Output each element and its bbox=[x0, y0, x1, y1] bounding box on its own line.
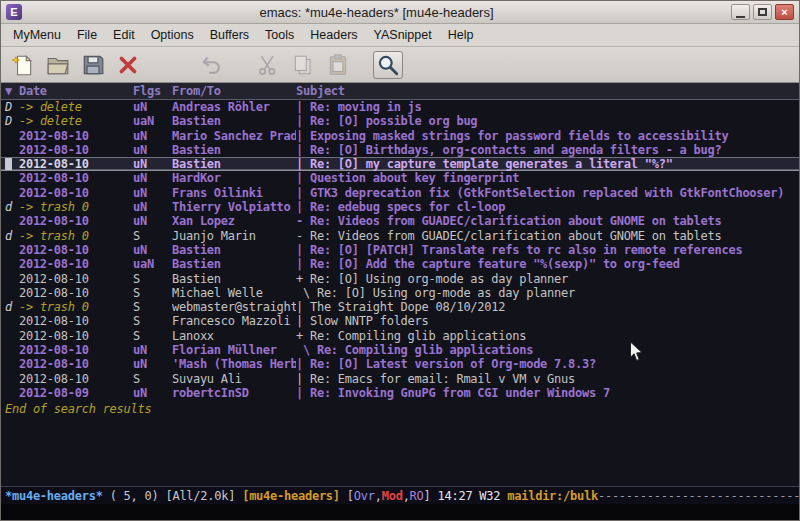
message-from: Andreas Röhler bbox=[172, 100, 296, 114]
message-from: Bastien bbox=[172, 143, 296, 157]
message-row[interactable]: d -> trash 0 S webmaster@straightd... | … bbox=[1, 300, 799, 314]
message-row[interactable]: D -> delete uN Andreas Röhler | Re: movi… bbox=[1, 100, 799, 114]
message-from: Mario Sanchez Prada bbox=[172, 129, 296, 143]
message-row[interactable]: 2012-08-10 uN HardKor | Question about k… bbox=[1, 171, 799, 185]
message-from: Lanoxx bbox=[172, 329, 296, 343]
modeline: *mu4e-headers* ( 5, 0) [All/2.0k] [mu4e-… bbox=[1, 486, 799, 504]
message-row[interactable]: 2012-08-10 uN Florian Müllner \ Re: Comp… bbox=[1, 343, 799, 357]
modeline-maildir: maildir:/bulk bbox=[507, 489, 598, 503]
message-from: webmaster@straightd... bbox=[172, 300, 296, 314]
menu-yasnippet[interactable]: YASnippet bbox=[366, 25, 440, 45]
message-flags: S bbox=[133, 300, 172, 314]
message-row[interactable]: d -> trash 0 uN Thierry Volpiatto | Re: … bbox=[1, 200, 799, 214]
undo-button bbox=[197, 51, 227, 79]
message-row[interactable]: 2012-08-10 uN Bastien | Re: [O] [PATCH] … bbox=[1, 243, 799, 257]
message-subject: | Slow NNTP folders bbox=[296, 314, 799, 328]
menu-help[interactable]: Help bbox=[440, 25, 482, 45]
column-subject[interactable]: Subject bbox=[296, 83, 799, 99]
message-row[interactable]: 2012-08-10 uN Xan Lopez - Re: Videos fro… bbox=[1, 214, 799, 228]
message-subject: | Re: [O] Latest version of Org-mode 7.8… bbox=[296, 357, 799, 371]
paste-button bbox=[323, 51, 353, 79]
menu-tools[interactable]: Tools bbox=[257, 25, 302, 45]
echo-area bbox=[1, 504, 799, 520]
column-date[interactable]: ▼ Date bbox=[5, 83, 133, 99]
menu-file[interactable]: File bbox=[69, 25, 105, 45]
menubar: MyMenuFileEditOptionsBuffersToolsHeaders… bbox=[1, 24, 799, 47]
search-button[interactable] bbox=[373, 51, 403, 79]
save-buffer-button[interactable] bbox=[78, 51, 108, 79]
menu-buffers[interactable]: Buffers bbox=[202, 25, 257, 45]
message-date: 2012-08-10 bbox=[5, 257, 133, 271]
message-from: Bastien bbox=[172, 157, 296, 171]
message-from: Xan Lopez bbox=[172, 214, 296, 228]
save-icon bbox=[81, 53, 105, 77]
message-flags: uN bbox=[133, 129, 172, 143]
message-row[interactable]: 2012-08-10 uaN Bastien | Re: [O] Add the… bbox=[1, 257, 799, 271]
modeline-plain: ] bbox=[424, 489, 438, 503]
message-date: 2012-08-10 bbox=[5, 343, 133, 357]
message-subject: | Re: [O] possible org bug bbox=[296, 114, 799, 128]
message-subject: \ Re: Compiling glib applications bbox=[296, 343, 799, 357]
message-subject: | Re: moving in js bbox=[296, 100, 799, 114]
message-row[interactable]: 2012-08-10 S Michael Welle \ Re: [O] Usi… bbox=[1, 286, 799, 300]
menu-headers[interactable]: Headers bbox=[302, 25, 365, 45]
message-row[interactable]: 2012-08-10 uN 'Mash (Thomas Herbert) | R… bbox=[1, 357, 799, 371]
window-title: emacs: *mu4e-headers* [mu4e-headers] bbox=[22, 5, 731, 20]
message-date: 2012-08-10 bbox=[5, 214, 133, 228]
message-row[interactable]: 2012-08-09 uN robertcInSD | Re: Invoking… bbox=[1, 386, 799, 400]
message-row[interactable]: 2012-08-10 S Suvayu Ali | Re: Emacs for … bbox=[1, 372, 799, 386]
message-flags: S bbox=[133, 372, 172, 386]
message-row[interactable]: 2012-08-10 uN Mario Sanchez Prada | Expo… bbox=[1, 129, 799, 143]
message-from: Suvayu Ali bbox=[172, 372, 296, 386]
message-date: d -> trash 0 bbox=[5, 200, 133, 214]
menu-edit[interactable]: Edit bbox=[105, 25, 143, 45]
message-subject: | Question about key fingerprint bbox=[296, 171, 799, 185]
modeline-mod: Mod bbox=[382, 489, 403, 503]
message-from: HardKor bbox=[172, 171, 296, 185]
message-date: d -> trash 0 bbox=[5, 300, 133, 314]
close-buffer-icon bbox=[116, 53, 140, 77]
modeline-plain: , bbox=[403, 489, 410, 503]
maximize-button[interactable] bbox=[753, 4, 772, 20]
message-from: Bastien bbox=[172, 272, 296, 286]
column-flags[interactable]: Flgs bbox=[133, 83, 172, 99]
open-file-button[interactable] bbox=[43, 51, 73, 79]
modeline-time: 14:27 W32 bbox=[438, 489, 508, 503]
message-subject: | Re: [O] [PATCH] Translate refs to rc a… bbox=[296, 243, 799, 257]
message-row[interactable]: 2012-08-10 uN Bastien | Re: [O] Birthday… bbox=[1, 143, 799, 157]
message-row[interactable]: d -> trash 0 S Juanjo Marin - Re: Videos… bbox=[1, 229, 799, 243]
kill-buffer-button[interactable] bbox=[113, 51, 143, 79]
titlebar: E emacs: *mu4e-headers* [mu4e-headers] × bbox=[1, 1, 799, 24]
message-row[interactable]: 2012-08-10 S Bastien + Re: [O] Using org… bbox=[1, 272, 799, 286]
message-flags: S bbox=[133, 314, 172, 328]
message-from: Frans Oilinki bbox=[172, 186, 296, 200]
emacs-icon[interactable]: E bbox=[6, 4, 22, 20]
column-from[interactable]: From/To bbox=[172, 83, 296, 99]
message-subject: | Re: [O] Birthdays, org-contacts and ag… bbox=[296, 143, 799, 157]
cut-icon bbox=[256, 53, 280, 77]
message-subject: + Re: Compiling glib applications bbox=[296, 329, 799, 343]
message-flags: uN bbox=[133, 386, 172, 400]
message-row[interactable]: 2012-08-10 uN Frans Oilinki | GTK3 depre… bbox=[1, 186, 799, 200]
message-date: 2012-08-10 bbox=[5, 129, 133, 143]
message-from: Bastien bbox=[172, 257, 296, 271]
message-row[interactable]: 2012-08-10 S Lanoxx + Re: Compiling glib… bbox=[1, 329, 799, 343]
message-from: 'Mash (Thomas Herbert) bbox=[172, 357, 296, 371]
modeline-mode: [mu4e-headers] bbox=[242, 489, 340, 503]
message-row[interactable]: 2012-08-10 uN Bastien | Re: [O] my captu… bbox=[1, 157, 799, 171]
message-row[interactable]: 2012-08-10 S Francesco Mazzoli | Slow NN… bbox=[1, 314, 799, 328]
message-flags: uN bbox=[133, 214, 172, 228]
message-date: 2012-08-10 bbox=[5, 157, 133, 171]
message-subject: | Exposing masked strings for password f… bbox=[296, 129, 799, 143]
menu-options[interactable]: Options bbox=[143, 25, 202, 45]
minimize-button[interactable] bbox=[731, 4, 750, 20]
open-file-icon bbox=[46, 53, 70, 77]
menu-mymenu[interactable]: MyMenu bbox=[5, 25, 69, 45]
message-date: 2012-08-10 bbox=[5, 243, 133, 257]
new-file-button[interactable] bbox=[8, 51, 38, 79]
message-flags: uN bbox=[133, 143, 172, 157]
close-button[interactable]: × bbox=[775, 4, 794, 20]
headers-column-header: ▼ Date Flgs From/To Subject bbox=[1, 83, 799, 100]
message-row[interactable]: D -> delete uaN Bastien | Re: [O] possib… bbox=[1, 114, 799, 128]
copy-button bbox=[288, 51, 318, 79]
